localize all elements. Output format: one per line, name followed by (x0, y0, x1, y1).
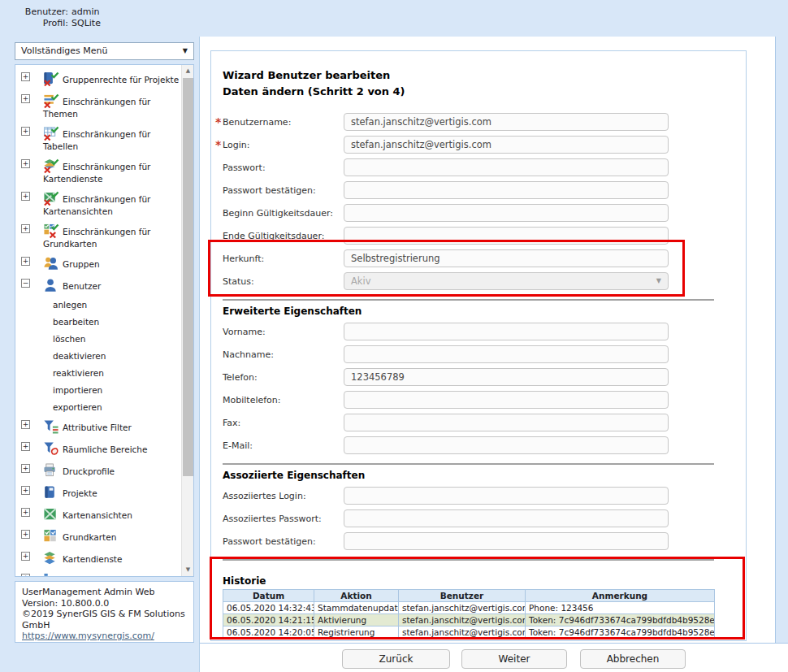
assoziiertes-passwort-input[interactable] (344, 509, 669, 527)
passwort-best-tigen-input[interactable] (344, 181, 669, 199)
beginn-g-ltigkeitsdauer-input[interactable] (344, 204, 669, 222)
sidebar-item-label: Projekte (63, 488, 97, 498)
scroll-down-icon[interactable]: ▼ (182, 564, 194, 576)
sidebar-item-themen[interactable]: +Themen (15, 570, 181, 576)
sidebar-item-deaktivieren[interactable]: deaktivieren (15, 348, 181, 365)
status-select[interactable]: Akiv▼ (344, 272, 669, 290)
scrollbar-thumb[interactable] (183, 78, 193, 476)
sidebar-item-benutzer[interactable]: −Benutzer (15, 275, 181, 297)
expand-icon[interactable]: + (21, 72, 30, 81)
sidebar-item-bearbeiten[interactable]: bearbeiten (15, 314, 181, 331)
required-star-icon: * (215, 138, 221, 151)
expand-icon[interactable]: + (21, 508, 30, 517)
sidebar-item-gruppen[interactable]: +Gruppen (15, 253, 181, 275)
expand-icon[interactable]: + (21, 224, 30, 233)
sidebar-item-kartenansichten[interactable]: +Kartenansichten (15, 504, 181, 526)
expand-icon[interactable]: + (21, 442, 30, 451)
sidebar-item-r-umliche-bereiche[interactable]: +Räumliche Bereiche (15, 438, 181, 460)
expand-icon[interactable]: + (21, 464, 30, 473)
wizard-form: *Benutzername:*Login:Passwort:Passwort b… (223, 111, 746, 561)
sidebar-item-grundkarten[interactable]: +Grundkarten (15, 526, 181, 548)
benutzername-input[interactable] (344, 113, 669, 131)
telefon-input[interactable] (344, 368, 669, 386)
about-box: UserManagement Admin Web Version: 10.800… (15, 581, 194, 643)
mapviews-restrict-icon (43, 191, 59, 206)
expand-icon[interactable]: + (21, 192, 30, 201)
cancel-button[interactable]: Abbrechen (580, 649, 686, 669)
nachname-input[interactable] (344, 345, 669, 363)
basemaps-restrict-icon (43, 223, 59, 239)
menu-mode-select-value: Vollständiges Menü (21, 46, 108, 56)
about-copyright: ©2019 SynerGIS GIS & FM Solutions GmbH (22, 609, 187, 631)
form-row-status: Status:Akiv▼ (223, 270, 746, 293)
sidebar-item-attributive-filter[interactable]: +Attributive Filter (15, 416, 181, 438)
user-value: admin (71, 7, 101, 18)
history-cell: 06.05.2020 14:20:05 (223, 626, 314, 639)
chevron-down-icon: ▼ (183, 43, 188, 59)
expand-icon[interactable]: + (21, 94, 30, 103)
form-row-ende-g-ltigkeitsdauer: Ende Gültigkeitsdauer: (223, 224, 746, 247)
history-cell: Stammdatenupdate (314, 602, 399, 614)
expand-icon[interactable]: + (21, 486, 30, 495)
vorname-input[interactable] (344, 323, 669, 340)
mobiltelefon-input[interactable] (344, 391, 669, 409)
field-label: Passwort bestätigen: (223, 185, 344, 196)
form-row-assoziiertes-passwort: Assoziiertes Passwort: (223, 507, 746, 530)
sidebar-item-gruppenrechte-f-r-projekte[interactable]: +Gruppenrechte für Projekte (15, 68, 181, 90)
form-row-assoziiertes-login: Assoziiertes Login: (223, 484, 746, 507)
expand-icon[interactable]: + (21, 257, 30, 266)
assoziiertes-login-input[interactable] (344, 487, 669, 505)
sidebar-item-einschr-nkungen-f-r-themen[interactable]: +Einschränkungen für Themen (15, 90, 181, 123)
next-button[interactable]: Weiter (461, 649, 567, 669)
menu-mode-select[interactable]: Vollständiges Menü ▼ (15, 42, 194, 60)
herkunft-input[interactable] (344, 249, 669, 267)
history-cell: Token: 7c946df733674ca799bdfdb4b9528e8f (526, 626, 715, 639)
collapse-icon[interactable]: − (21, 279, 30, 288)
expand-icon[interactable]: + (21, 420, 30, 429)
login-input[interactable] (344, 136, 669, 154)
passwort-best-tigen-input[interactable] (344, 532, 669, 550)
sidebar-item-reaktivieren[interactable]: reaktivieren (15, 365, 181, 382)
history-cell: Aktivierung (314, 614, 399, 626)
expand-icon[interactable]: + (21, 159, 30, 168)
passwort-input[interactable] (344, 158, 669, 176)
ende-g-ltigkeitsdauer-input[interactable] (344, 227, 669, 245)
e-mail-input[interactable] (344, 436, 669, 454)
sidebar-item-exportieren[interactable]: exportieren (15, 399, 181, 416)
sidebar-item-importieren[interactable]: importieren (15, 382, 181, 399)
sidebar-item-label: Kartendienste (63, 554, 122, 564)
expand-icon[interactable]: + (21, 530, 30, 539)
scroll-up-icon[interactable]: ▲ (182, 65, 194, 77)
form-row-herkunft: Herkunft: (223, 247, 746, 270)
sidebar-item-projekte[interactable]: +Projekte (15, 482, 181, 504)
field-label: *Login: (223, 140, 344, 150)
fax-input[interactable] (344, 414, 669, 431)
sidebar-item-druckprofile[interactable]: +Druckprofile (15, 460, 181, 482)
back-button[interactable]: Zurück (342, 649, 450, 669)
expand-icon[interactable]: + (21, 127, 30, 136)
sidebar-item-label: deaktivieren (53, 351, 106, 361)
sidebar-item-einschr-nkungen-f-r-grundkarten[interactable]: +Einschränkungen für Grundkarten (15, 220, 181, 253)
sidebar-item-anlegen[interactable]: anlegen (15, 297, 181, 314)
form-row-nachname: Nachname: (223, 343, 746, 366)
field-label: E-Mail: (223, 440, 344, 451)
form-row-passwort-best-tigen: Passwort bestätigen: (223, 179, 746, 202)
history-col-anmerkung: Anmerkung (526, 590, 715, 602)
history-cell: 06.05.2020 14:32:43 (223, 602, 314, 614)
expand-icon[interactable]: + (21, 552, 30, 561)
sidebar-item-l-schen[interactable]: löschen (15, 331, 181, 348)
sidebar-item-label: bearbeiten (53, 317, 99, 327)
tree-scrollbar[interactable]: ▲ ▼ (181, 65, 193, 576)
about-link[interactable]: https://www.mysynergis.com/ (22, 631, 154, 641)
field-label: Fax: (223, 418, 344, 428)
sidebar-item-einschr-nkungen-f-r-kartenansichten[interactable]: +Einschränkungen für Kartenansichten (15, 188, 181, 220)
basemaps-icon (43, 529, 59, 544)
history-heading: Historie (223, 575, 746, 587)
expand-icon[interactable]: + (21, 574, 30, 576)
wizard-title: Wizard Benutzer bearbeiten (223, 69, 746, 81)
profile-label: Profil: (18, 18, 68, 29)
sidebar-item-kartendienste[interactable]: +Kartendienste (15, 548, 181, 570)
required-star-icon: * (215, 115, 221, 128)
sidebar-item-einschr-nkungen-f-r-kartendienste[interactable]: +Einschränkungen für Kartendienste (15, 155, 181, 188)
sidebar-item-einschr-nkungen-f-r-tabellen[interactable]: +Einschränkungen für Tabellen (15, 123, 181, 155)
